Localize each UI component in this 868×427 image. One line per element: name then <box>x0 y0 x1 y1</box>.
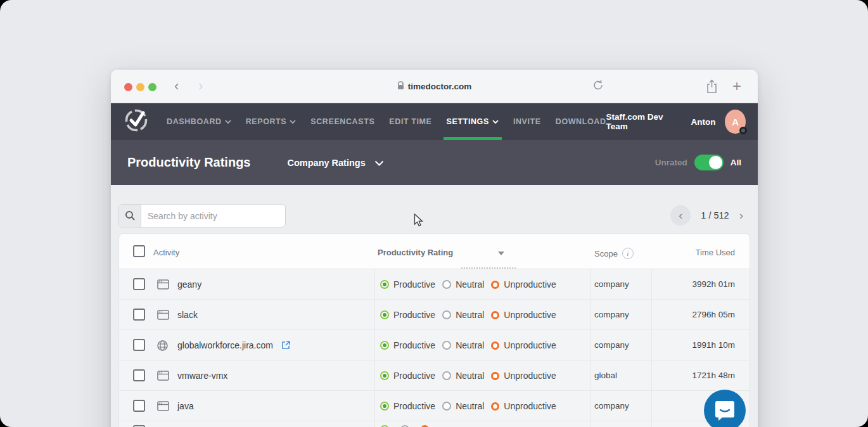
chat-bubble-icon <box>715 400 735 421</box>
rating-filter-dotted-underline <box>461 267 516 269</box>
radio-label: Unproductive <box>504 310 556 320</box>
select-all-checkbox[interactable] <box>133 245 145 257</box>
nav-item-label: SETTINGS <box>447 117 489 126</box>
rating-option: Unproductive <box>491 310 556 320</box>
address-bar[interactable]: timedoctor.com <box>111 70 758 103</box>
share-icon[interactable] <box>706 79 718 96</box>
scope-value: company <box>594 401 629 411</box>
nav-item-dashboard[interactable]: DASHBOARD <box>167 103 231 140</box>
unrated-all-toggle[interactable] <box>694 155 724 170</box>
nav-item-settings[interactable]: SETTINGS <box>447 103 499 140</box>
row-checkbox[interactable] <box>133 400 145 412</box>
content-area: ‹ 1 / 512 › Activity Productivity Rating… <box>111 185 758 427</box>
rating-option: Unproductive <box>491 371 556 381</box>
row-checkbox[interactable] <box>133 278 145 290</box>
row-checkbox[interactable] <box>133 339 145 351</box>
pagination-prev-button[interactable]: ‹ <box>670 205 691 226</box>
radio-label: Unproductive <box>504 279 556 290</box>
row-checkbox[interactable] <box>133 309 145 321</box>
search-icon[interactable] <box>119 205 141 227</box>
radio-productive[interactable] <box>380 402 389 411</box>
rating-radio-group: ProductiveNeutralUnproductive <box>380 300 563 330</box>
column-header-time: Time Used <box>696 248 735 257</box>
table-row: vmware-vmx ProductiveNeutralUnproductive… <box>119 360 750 391</box>
radio-productive[interactable] <box>380 341 389 350</box>
radio-unproductive[interactable] <box>491 311 499 319</box>
app-window-icon <box>157 279 169 292</box>
ratings-table: Activity Productivity Rating Scope i Tim… <box>118 233 750 427</box>
radio-neutral[interactable] <box>442 371 451 380</box>
team-name[interactable]: Staff.com Dev Team <box>606 112 676 131</box>
nav-item-download[interactable]: DOWNLOAD <box>556 103 606 140</box>
scope-value: global <box>594 371 617 380</box>
ratings-scope-dropdown[interactable]: Company Ratings <box>287 158 383 168</box>
radio-label: Productive <box>393 371 435 381</box>
page-subheader: Productivity Ratings Company Ratings Unr… <box>111 140 758 185</box>
nav-item-reports[interactable]: REPORTS <box>246 103 297 140</box>
browser-window: ‹ › timedoctor.com + <box>111 70 758 427</box>
rating-option: Productive <box>380 340 435 350</box>
nav-items: DASHBOARD REPORTS SCREENCASTS EDIT TIME … <box>167 103 606 140</box>
radio-neutral[interactable] <box>442 280 451 289</box>
chat-widget-button[interactable] <box>704 390 746 427</box>
table-header-row: Activity Productivity Rating Scope i Tim… <box>119 234 750 269</box>
radio-neutral[interactable] <box>442 402 451 411</box>
table-body: geany ProductiveNeutralUnproductive comp… <box>119 269 750 427</box>
radio-unproductive[interactable] <box>491 372 499 380</box>
lock-icon <box>397 81 404 92</box>
chevron-down-icon <box>492 120 499 124</box>
radio-neutral[interactable] <box>442 310 451 319</box>
radio-productive[interactable] <box>380 310 389 319</box>
pagination: ‹ 1 / 512 › <box>670 205 743 226</box>
nav-right: Staff.com Dev Team Anton A <box>606 110 758 134</box>
app-window-icon <box>157 371 169 383</box>
external-link-icon[interactable] <box>279 341 291 352</box>
mouse-cursor <box>414 213 424 230</box>
pagination-next-button[interactable]: › <box>739 208 743 222</box>
user-name[interactable]: Anton <box>691 117 715 127</box>
rating-option: Neutral <box>442 310 484 320</box>
scope-value: company <box>594 310 629 319</box>
rating-option: Productive <box>380 371 435 381</box>
rating-option: Unproductive <box>491 401 556 411</box>
browser-chrome: ‹ › timedoctor.com + <box>111 70 758 103</box>
radio-label: Neutral <box>456 279 484 290</box>
sort-caret-icon[interactable] <box>498 252 504 255</box>
radio-unproductive[interactable] <box>491 402 499 411</box>
reload-icon[interactable] <box>592 79 604 94</box>
table-row: geany ProductiveNeutralUnproductive comp… <box>119 269 750 300</box>
activity-name: globalworkforce.jira.com <box>177 340 291 352</box>
search-input[interactable] <box>141 205 285 227</box>
radio-neutral[interactable] <box>442 341 451 350</box>
scope-header-label: Scope <box>594 249 618 258</box>
time-used-value: 1991h 10m <box>692 340 735 350</box>
rating-option: Neutral <box>442 279 484 290</box>
rating-option: Unproductive <box>491 340 556 350</box>
nav-item-label: DOWNLOAD <box>556 117 606 126</box>
radio-productive[interactable] <box>380 280 389 289</box>
row-checkbox[interactable] <box>133 369 145 381</box>
radio-unproductive[interactable] <box>491 281 499 289</box>
info-icon[interactable]: i <box>622 248 634 259</box>
radio-label: Productive <box>393 279 435 290</box>
timedoctor-logo-icon[interactable] <box>124 108 149 136</box>
radio-label: Unproductive <box>504 401 556 411</box>
radio-label: Productive <box>393 310 435 320</box>
chevron-down-icon <box>225 120 231 124</box>
new-tab-icon[interactable]: + <box>732 79 741 93</box>
toggle-unrated-label: Unrated <box>655 158 687 167</box>
nav-item-screencasts[interactable]: SCREENCASTS <box>310 103 374 140</box>
rating-option: Productive <box>380 279 435 290</box>
app-window-icon <box>157 401 169 414</box>
nav-item-edit-time[interactable]: EDIT TIME <box>389 103 431 140</box>
nav-item-invite[interactable]: INVITE <box>513 103 541 140</box>
column-header-rating[interactable]: Productivity Rating <box>378 248 453 257</box>
rating-radio-group: ProductiveNeutralUnproductive <box>380 391 563 421</box>
app-window-icon <box>157 310 169 322</box>
radio-label: Productive <box>393 401 435 411</box>
radio-unproductive[interactable] <box>491 341 499 350</box>
radio-label: Neutral <box>456 340 484 350</box>
radio-productive[interactable] <box>380 371 389 380</box>
avatar[interactable]: A <box>725 110 746 134</box>
top-nav: DASHBOARD REPORTS SCREENCASTS EDIT TIME … <box>111 103 758 140</box>
